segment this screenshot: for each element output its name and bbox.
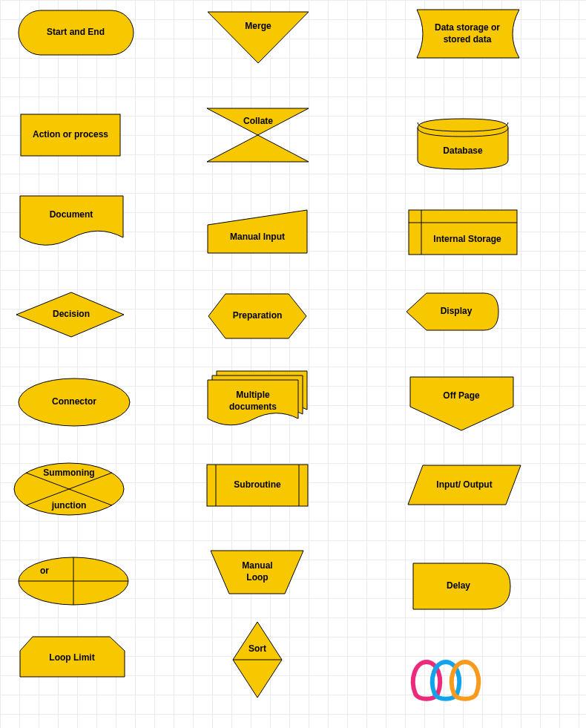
label-manual-loop-2: Loop [246, 572, 268, 583]
diagram-canvas: Start and End Merge Data storage or stor… [0, 0, 586, 728]
label-off-page: Off Page [443, 390, 480, 401]
shape-summoning-junction: Summoning junction [14, 463, 124, 515]
shape-data-storage: Data storage or stored data [417, 10, 519, 58]
label-sort: Sort [248, 643, 266, 654]
label-collate: Collate [243, 116, 273, 126]
label-subroutine: Subroutine [234, 479, 281, 490]
shape-merge: Merge [208, 12, 309, 63]
shape-subroutine: Subroutine [207, 465, 308, 506]
shape-manual-input: Manual Input [208, 210, 307, 253]
shape-display: Display [406, 293, 498, 330]
label-connector: Connector [52, 396, 96, 407]
shape-preparation: Preparation [208, 294, 306, 338]
shape-or: or [19, 557, 128, 605]
label-manual-loop-1: Manual [242, 560, 272, 571]
shape-decision: Decision [16, 292, 124, 337]
label-multiple-docs-1: Multiple [236, 390, 270, 400]
label-merge: Merge [245, 21, 271, 31]
shape-multiple-documents: Multiple documents [208, 371, 307, 425]
shape-document: Document [20, 196, 123, 245]
shape-sort: Sort [233, 622, 282, 698]
svg-rect-2 [409, 210, 517, 255]
label-database: Database [443, 145, 483, 156]
shape-collate: Collate [207, 108, 309, 162]
label-or: or [40, 565, 49, 576]
flowchart-legend-svg: Start and End Merge Data storage or stor… [0, 0, 586, 728]
label-summoning-1: Summoning [43, 468, 94, 478]
label-document: Document [50, 209, 93, 220]
shape-internal-storage: Internal Storage [409, 210, 517, 255]
label-loop-limit: Loop Limit [49, 652, 94, 663]
shape-database: Database [418, 119, 508, 169]
shape-start-end: Start and End [19, 10, 134, 55]
label-input-output: Input/ Output [436, 479, 492, 490]
label-preparation: Preparation [233, 310, 283, 321]
label-multiple-docs-2: documents [229, 401, 277, 412]
label-display: Display [441, 306, 473, 316]
label-summoning-2: junction [51, 500, 87, 511]
label-manual-input: Manual Input [230, 232, 285, 242]
label-data-storage-2: stored data [444, 34, 492, 45]
label-action-process: Action or process [33, 129, 108, 140]
label-data-storage-1: Data storage or [435, 22, 500, 33]
label-internal-storage: Internal Storage [433, 234, 501, 244]
shape-connector: Connector [19, 378, 130, 426]
shape-delay: Delay [413, 563, 510, 609]
shape-loop-limit: Loop Limit [20, 637, 125, 677]
shape-off-page: Off Page [410, 377, 513, 430]
label-decision: Decision [53, 309, 90, 319]
label-start-end: Start and End [47, 27, 105, 37]
shape-manual-loop: Manual Loop [211, 551, 303, 594]
shape-input-output: Input/ Output [408, 465, 521, 505]
shape-action-process: Action or process [21, 114, 120, 156]
brand-logo-icon [413, 662, 478, 699]
label-delay: Delay [447, 580, 470, 591]
